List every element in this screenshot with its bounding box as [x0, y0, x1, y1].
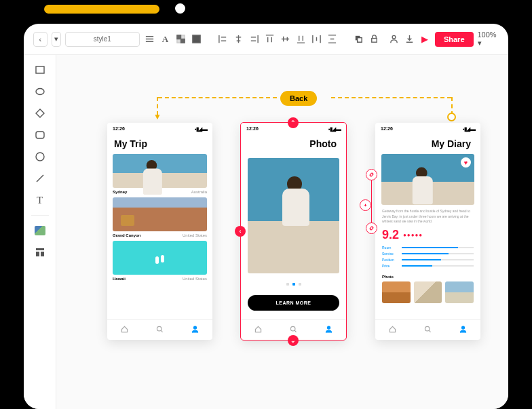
distribute-h-icon[interactable]	[311, 33, 322, 46]
svg-point-16	[193, 326, 196, 329]
svg-rect-3	[193, 35, 200, 43]
flow-arrow-icon: ▼	[153, 112, 162, 121]
screen-title: My Diary	[375, 136, 480, 154]
nav-home-icon[interactable]	[388, 324, 397, 336]
favorite-icon[interactable]: ♥	[461, 157, 471, 168]
photo-thumbnails	[375, 281, 480, 303]
selection-handle-bottom[interactable]: ⌄	[288, 335, 299, 346]
brand-accent-dot	[175, 3, 185, 14]
distribute-v-icon[interactable]	[326, 33, 338, 46]
rating-dots: ●●●●●	[403, 232, 423, 238]
align-top-icon[interactable]	[264, 33, 276, 46]
align-right-icon[interactable]	[248, 33, 260, 46]
bottom-nav	[375, 319, 480, 340]
back-link-badge[interactable]: Back	[280, 91, 317, 106]
zoom-control[interactable]: 100% ▾	[478, 31, 499, 47]
text-tool-icon[interactable]: T	[33, 193, 47, 207]
thumbnail[interactable]	[382, 281, 411, 303]
line-tool-icon[interactable]	[33, 172, 47, 185]
link-node-icon[interactable]	[366, 169, 377, 180]
rating-bars: Room Service Position Price	[375, 242, 480, 275]
thumbnail[interactable]	[414, 281, 442, 303]
section-label: Photo	[375, 275, 480, 281]
align-center-v-icon[interactable]	[280, 33, 291, 46]
nav-home-icon[interactable]	[120, 324, 129, 336]
align-left-icon[interactable]	[217, 33, 229, 46]
screen-title: Photo	[241, 136, 346, 154]
selection-handle-top[interactable]: ⌃	[288, 117, 299, 128]
trip-country: United States	[183, 277, 207, 281]
svg-rect-1	[177, 35, 181, 39]
learn-more-button[interactable]: LEARN MORE	[248, 295, 339, 311]
diamond-tool-icon[interactable]	[33, 106, 47, 120]
thumbnail[interactable]	[445, 281, 474, 303]
opacity-icon[interactable]	[175, 33, 187, 46]
prototype-link-path	[370, 174, 372, 228]
trip-name: Sydney	[113, 190, 127, 194]
trip-country: United States	[183, 233, 207, 237]
ellipse-tool-icon[interactable]	[33, 85, 47, 98]
profile-icon[interactable]	[388, 33, 400, 46]
nav-home-icon[interactable]	[254, 324, 263, 336]
align-justify-icon[interactable]	[144, 33, 155, 46]
bottom-nav	[107, 319, 212, 340]
link-node-icon[interactable]	[366, 222, 377, 234]
link-node-center-icon[interactable]	[360, 199, 371, 211]
status-bar: 12:26▪▮◢ ▬	[375, 123, 480, 136]
nav-profile-icon[interactable]	[191, 324, 200, 336]
circle-tool-icon[interactable]	[33, 150, 47, 163]
download-icon[interactable]	[404, 33, 415, 46]
status-bar: 12:26▪▮◢ ▬	[107, 123, 212, 136]
trip-image	[113, 154, 207, 188]
svg-point-9	[36, 89, 44, 95]
rectangle-tool-icon[interactable]	[33, 63, 47, 77]
svg-point-11	[36, 153, 44, 161]
workspace: T ▼ Back 12:26▪▮◢ ▬ My Trip SydneyAustra…	[24, 55, 508, 409]
image-tool-icon[interactable]	[33, 224, 47, 237]
artboard-my-trip[interactable]: 12:26▪▮◢ ▬ My Trip SydneyAustralia Grand…	[107, 123, 212, 340]
trip-image	[113, 197, 207, 231]
screen-title: My Trip	[107, 136, 212, 154]
flow-endpoint-icon	[447, 113, 456, 121]
nav-profile-icon[interactable]	[459, 324, 468, 336]
nav-search-icon[interactable]	[423, 324, 432, 336]
text-style-icon[interactable]: A	[159, 33, 171, 46]
svg-rect-2	[181, 39, 185, 43]
artboard-photo[interactable]: 12:26▪▮◢ ▬ Photo LEARN MORE	[241, 123, 346, 340]
svg-rect-10	[36, 132, 44, 138]
style-selector[interactable]: style1	[65, 32, 140, 47]
fill-icon[interactable]	[191, 33, 202, 46]
share-button[interactable]: Share	[435, 32, 474, 47]
preview-play-icon[interactable]: ▶	[419, 33, 431, 46]
trip-item: HawaiiUnited States	[107, 241, 212, 284]
svg-rect-5	[358, 38, 362, 43]
nav-search-icon[interactable]	[155, 324, 164, 336]
nav-back-button[interactable]: ‹	[33, 32, 48, 47]
nav-profile-icon[interactable]	[324, 324, 333, 336]
trip-country: Australia	[191, 190, 207, 194]
svg-rect-6	[372, 39, 377, 43]
align-center-h-icon[interactable]	[233, 33, 244, 46]
flow-connector-right	[331, 97, 451, 98]
svg-rect-14	[41, 252, 44, 256]
svg-point-15	[157, 326, 162, 331]
svg-rect-8	[36, 66, 44, 73]
layout-tool-icon[interactable]	[33, 246, 47, 259]
canvas[interactable]: ▼ Back 12:26▪▮◢ ▬ My Trip SydneyAustrali…	[56, 55, 508, 409]
nav-dropdown-button[interactable]: ▾	[52, 32, 61, 47]
align-bottom-icon[interactable]	[295, 33, 307, 46]
trip-image	[113, 241, 207, 275]
lock-icon[interactable]	[368, 33, 380, 46]
artboard-my-diary[interactable]: 12:26▪▮◢ ▬ My Diary ♥ Getaway from the h…	[375, 123, 480, 340]
nav-search-icon[interactable]	[289, 324, 298, 336]
trip-item: SydneyAustralia	[107, 154, 212, 197]
svg-point-17	[290, 326, 295, 331]
svg-point-20	[461, 326, 464, 329]
flow-connector-left	[158, 97, 277, 98]
selection-handle-left[interactable]: ‹	[235, 226, 246, 237]
rounded-rect-tool-icon[interactable]	[33, 128, 47, 142]
svg-point-19	[425, 326, 430, 331]
layers-icon[interactable]	[353, 33, 364, 46]
left-tool-panel: T	[24, 55, 56, 409]
brand-accent-bar	[44, 5, 159, 14]
